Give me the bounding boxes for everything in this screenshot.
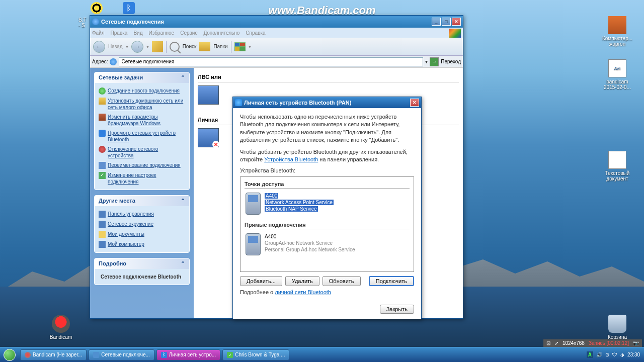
window-title: Сетевые подключения <box>101 19 164 25</box>
go-button[interactable]: → <box>430 57 439 66</box>
places-header: Другие места <box>99 198 135 204</box>
start-button[interactable] <box>0 347 19 363</box>
connect-button[interactable]: Подключить <box>369 276 414 286</box>
lang-indicator[interactable]: A <box>587 351 593 358</box>
recording-status-bar: ⊡ ⤢ 1024x768 Запись [00:02:12] 📷 <box>543 339 642 347</box>
folders-button[interactable]: Папки <box>213 44 227 49</box>
clock[interactable]: 23:30 <box>627 352 640 357</box>
task-settings[interactable]: ✓Изменение настроек подключения <box>99 170 185 187</box>
menu-service[interactable]: Сервис <box>180 30 197 36</box>
bluetooth-pan-dialog: Личная сеть устройств Bluetooth (PAN) ✕ … <box>232 97 422 319</box>
menu-extra[interactable]: Дополнительно <box>203 30 239 36</box>
dialog-close-button[interactable]: ✕ <box>410 99 419 107</box>
pan-help-link[interactable]: личной сети Bluetooth <box>275 289 331 295</box>
phone-icon <box>246 193 261 215</box>
bluetooth-connection-icon <box>198 128 219 147</box>
dialog-instruction-1: Чтобы использовать одно из перечисленных… <box>240 113 414 144</box>
collapse-icon[interactable]: ⌃ <box>181 260 185 267</box>
address-input[interactable] <box>119 57 423 66</box>
desktop-icon-textdoc[interactable]: Текстовый документ <box>600 151 635 182</box>
go-label: Переход <box>441 59 461 64</box>
desktop-icon-bandicam[interactable]: Bandicam <box>43 315 78 340</box>
delete-button[interactable]: Удалить <box>285 276 319 286</box>
desktop-top-icons: ᛒ <box>91 2 135 14</box>
toolbar: ← Назад ▾ → ▾ Поиск Папки ▾ <box>90 38 463 56</box>
menu-file[interactable]: Файл <box>92 30 105 36</box>
taskbar-item-bandicam[interactable]: Bandicam (Не зарег... <box>20 349 87 360</box>
device-a400-adhoc[interactable]: A400 GroupAd-hoc Network Service Persona… <box>245 231 410 257</box>
dialog-title: Личная сеть устройств Bluetooth (PAN) <box>244 100 351 106</box>
group-access-points: Точки доступа <box>245 180 410 189</box>
close-dialog-button[interactable]: Закрыть <box>380 305 414 314</box>
window-titlebar[interactable]: Сетевые подключения _ □ ✕ <box>90 16 463 28</box>
taskbar-item-music[interactable]: ♪Chris Brown & Tyga ... <box>222 349 289 360</box>
text-file-icon <box>608 151 626 169</box>
tray-more-icon[interactable]: ⬗ <box>620 352 624 357</box>
network-tasks-panel: Сетевые задачи⌃ Создание нового подключе… <box>94 72 190 190</box>
tasks-header: Сетевые задачи <box>99 74 143 81</box>
taskbar-item-bluetooth[interactable]: ᛒЛичная сеть устро... <box>156 349 220 360</box>
view-mode-icon[interactable] <box>234 42 246 51</box>
tray-shield-icon[interactable]: 🛡 <box>612 352 617 357</box>
task-new-connection[interactable]: Создание нового подключения <box>99 86 185 96</box>
address-icon <box>110 58 117 65</box>
other-places-panel: Другие места⌃ Панель управления Сетевое … <box>94 195 190 253</box>
radiation-icon[interactable] <box>91 2 103 14</box>
place-documents[interactable]: Мои документы <box>99 229 185 239</box>
bluetooth-icon[interactable]: ᛒ <box>123 2 135 14</box>
devices-label: Устройства Bluetooth: <box>240 167 414 173</box>
phone-icon <box>246 233 261 255</box>
avi-file-icon: AVI <box>608 59 626 77</box>
refresh-button[interactable]: Обновить <box>323 276 361 286</box>
minimize-button[interactable]: _ <box>432 18 441 26</box>
more-info: Подробнее о личной сети Bluetooth <box>240 289 414 295</box>
system-tray[interactable]: A 🔊 ⊙ 🛡 ⬗ 23:30 <box>583 351 644 358</box>
up-folder-icon[interactable] <box>152 41 163 52</box>
bluetooth-devices-link[interactable]: Устройства Bluetooth <box>264 156 318 162</box>
back-button[interactable]: ← <box>93 41 105 53</box>
task-disable-device[interactable]: Отключение сетевого устройства <box>99 144 185 160</box>
task-bluetooth-devices[interactable]: Просмотр сетевых устройств Bluetooth <box>99 128 185 144</box>
menu-help[interactable]: Справка <box>246 30 265 36</box>
place-control-panel[interactable]: Панель управления <box>99 209 185 219</box>
address-bar: Адрес: ▾ → Переход <box>90 56 463 68</box>
task-home-network[interactable]: Установить домашнюю сеть или сеть малого… <box>99 96 185 112</box>
desktop-icon-recycle[interactable]: Корзина <box>600 315 635 340</box>
sidebar: Сетевые задачи⌃ Создание нового подключе… <box>90 68 194 318</box>
dialog-titlebar[interactable]: Личная сеть устройств Bluetooth (PAN) ✕ <box>233 97 421 108</box>
menu-favorites[interactable]: Избранное <box>148 30 174 36</box>
collapse-icon[interactable]: ⌃ <box>181 74 185 81</box>
recycle-bin-icon <box>608 315 626 333</box>
details-header: Подробно <box>99 260 126 267</box>
group-direct: Прямые подключения <box>245 221 410 229</box>
device-a400-nap[interactable]: A400 Network Access Point Service Blueto… <box>245 191 410 217</box>
device-list[interactable]: Точки доступа A400 Network Access Point … <box>240 176 414 272</box>
tray-volume-icon[interactable]: 🔊 <box>596 352 602 357</box>
add-button[interactable]: Добавить... <box>240 276 282 286</box>
menu-view[interactable]: Вид <box>133 30 142 36</box>
collapse-icon[interactable]: ⌃ <box>181 198 185 204</box>
tray-network-icon[interactable]: ⊙ <box>605 352 609 357</box>
powerpoint-icon <box>608 16 626 34</box>
rec-resolution: 1024x768 <box>562 340 585 346</box>
desktop-icon-presentation[interactable]: Компьютер... жаргон <box>600 16 635 47</box>
close-button[interactable]: ✕ <box>452 18 461 26</box>
search-button[interactable]: Поиск <box>183 44 197 49</box>
back-label: Назад <box>108 44 123 49</box>
bluetooth-dialog-icon <box>235 99 242 106</box>
maximize-button[interactable]: □ <box>442 18 451 26</box>
bandicam-app-icon <box>52 315 70 333</box>
rec-time: Запись [00:02:12] <box>589 340 629 346</box>
task-firewall[interactable]: Изменить параметры брандмауэра Windows <box>99 112 185 128</box>
forward-button[interactable]: → <box>131 41 143 53</box>
menu-edit[interactable]: Правка <box>111 30 128 36</box>
menu-bar: Файл Правка Вид Избранное Сервис Дополни… <box>90 28 463 38</box>
task-rename[interactable]: Переименование подключения <box>99 160 185 170</box>
desktop-icon-avi[interactable]: AVI bandicam 2015-02-0... <box>600 59 635 90</box>
taskbar-item-network[interactable]: Сетевые подключе... <box>89 349 154 360</box>
shortcut-peek: S.T - S <box>78 17 87 28</box>
bandicam-watermark: www.Bandicam.com <box>268 4 375 17</box>
place-computer[interactable]: Мой компьютер <box>99 239 185 249</box>
details-panel: Подробно⌃ Сетевое подключение Bluetooth <box>94 258 190 285</box>
place-network[interactable]: Сетевое окружение <box>99 219 185 229</box>
